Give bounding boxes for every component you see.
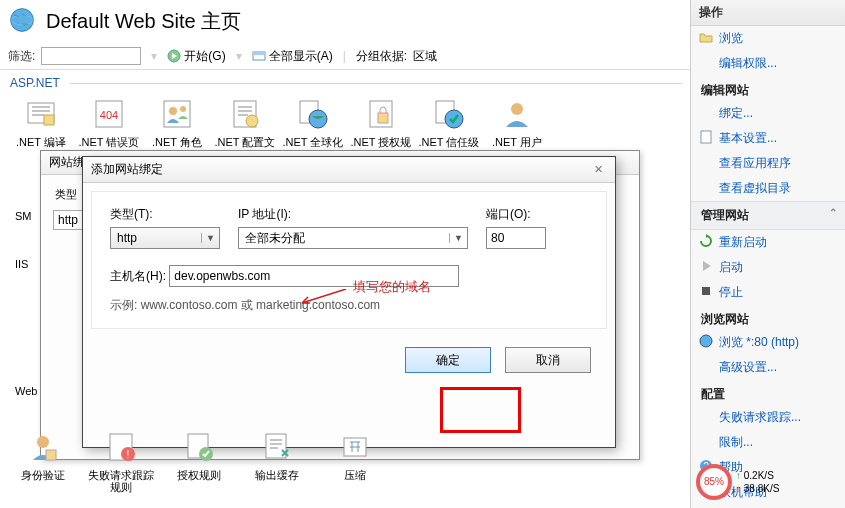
restart-icon	[699, 234, 713, 248]
svg-rect-31	[701, 131, 711, 143]
net-profile-icon[interactable]: .NET 配置文	[214, 96, 276, 148]
gauge-circle: 85%	[696, 464, 732, 500]
download-speed: 38.8K/S	[744, 483, 780, 494]
failed-tracing-link[interactable]: 失败请求跟踪...	[691, 405, 845, 430]
failed-request-icon[interactable]: !失败请求跟踪规则	[88, 429, 154, 493]
view-apps-link[interactable]: 查看应用程序	[691, 151, 845, 176]
svg-point-20	[511, 103, 523, 115]
web-label: Web	[15, 385, 37, 398]
svg-rect-4	[253, 52, 265, 55]
group-by-label: 分组依据:	[356, 48, 407, 65]
restart-link[interactable]: 重新启动	[691, 230, 845, 255]
net-global-icon[interactable]: .NET 全球化	[282, 96, 344, 148]
svg-text:404: 404	[100, 109, 118, 121]
aspnet-section-header: ASP.NET	[0, 70, 690, 92]
browse-80-link[interactable]: 浏览 *:80 (http)	[691, 330, 845, 355]
ok-button[interactable]: 确定	[405, 347, 491, 373]
svg-point-10	[169, 107, 177, 115]
close-icon[interactable]: ✕	[589, 162, 607, 178]
globe-icon	[8, 6, 36, 37]
start-link[interactable]: 开始(G)	[167, 48, 225, 65]
net-trust-icon[interactable]: .NET 信任级	[418, 96, 480, 148]
stop-icon	[699, 284, 713, 298]
svg-rect-6	[44, 115, 54, 125]
type-label: 类型(T):	[110, 206, 220, 223]
actions-sidebar: 操作 浏览 编辑权限... 编辑网站 绑定... 基本设置... 查看应用程序 …	[690, 0, 845, 508]
upload-speed: 0.2K/S	[744, 470, 774, 481]
show-all-link[interactable]: 全部显示(A)	[252, 48, 333, 65]
compress-icon[interactable]: 压缩	[322, 429, 388, 493]
group-by-value[interactable]: 区域	[413, 48, 437, 65]
actions-header: 操作	[691, 0, 845, 26]
ok-highlight-box	[440, 387, 521, 433]
ip-label: IP 地址(I):	[238, 206, 468, 223]
svg-line-21	[302, 289, 346, 303]
play-icon	[699, 259, 713, 273]
filter-toolbar: 筛选: ▾ 开始(G) ▾ 全部显示(A) | 分组依据: 区域	[0, 43, 690, 70]
stop-link[interactable]: 停止	[691, 280, 845, 305]
svg-text:!: !	[127, 449, 130, 460]
net-auth-icon[interactable]: .NET 授权规	[350, 96, 412, 148]
document-icon	[699, 130, 713, 144]
svg-point-13	[246, 115, 258, 127]
net-roles-icon[interactable]: .NET 角色	[146, 96, 208, 148]
globe-small-icon	[699, 334, 713, 348]
browse-site-group: 浏览网站	[691, 305, 845, 330]
up-arrow-icon: ↑	[736, 470, 741, 481]
iis-label: IIS	[15, 258, 28, 270]
svg-point-11	[180, 106, 186, 112]
start-link[interactable]: 启动	[691, 255, 845, 280]
binding-link[interactable]: 绑定...	[691, 101, 845, 126]
chevron-down-icon: ▼	[201, 233, 219, 243]
svg-point-33	[700, 335, 712, 347]
arrow-icon	[298, 289, 350, 305]
chevron-down-icon: ▼	[449, 233, 467, 243]
svg-rect-32	[702, 287, 710, 295]
advanced-link[interactable]: 高级设置...	[691, 355, 845, 380]
authz-rules-icon[interactable]: 授权规则	[166, 429, 232, 493]
dialog-title: 添加网站绑定	[91, 161, 163, 178]
speed-gauge: 85% ↑ 0.2K/S ↓ 38.8K/S	[696, 464, 779, 500]
basic-settings-link[interactable]: 基本设置...	[691, 126, 845, 151]
svg-rect-9	[164, 101, 190, 127]
down-arrow-icon: ↓	[736, 483, 741, 494]
net-errorpage-icon[interactable]: 404.NET 错误页	[78, 96, 140, 148]
aspnet-icon-grid: .NET 编译 404.NET 错误页 .NET 角色 .NET 配置文 .NE…	[0, 92, 690, 152]
net-users-icon[interactable]: .NET 用户	[486, 96, 548, 148]
ip-combo[interactable]: 全部未分配 ▼	[238, 227, 468, 249]
limits-link[interactable]: 限制...	[691, 430, 845, 455]
port-input[interactable]	[486, 227, 546, 249]
config-group: 配置	[691, 380, 845, 405]
svg-rect-23	[46, 450, 56, 460]
auth-icon[interactable]: 身份验证	[10, 429, 76, 493]
annotation-text: 填写您的域名	[353, 278, 431, 296]
view-vdir-link[interactable]: 查看虚拟目录	[691, 176, 845, 201]
folder-open-icon	[699, 30, 713, 44]
port-label: 端口(O):	[486, 206, 546, 223]
filter-input[interactable]	[41, 47, 141, 65]
output-cache-icon[interactable]: 输出缓存	[244, 429, 310, 493]
edit-perm-link[interactable]: 编辑权限...	[691, 51, 845, 76]
svg-point-22	[37, 436, 49, 448]
edit-site-group: 编辑网站	[691, 76, 845, 101]
sm-label: SM	[15, 210, 32, 222]
browse-link[interactable]: 浏览	[691, 26, 845, 51]
add-binding-dialog: 添加网站绑定 ✕ 类型(T): http ▼ IP 地址(I):	[82, 156, 616, 448]
host-label: 主机名(H):	[110, 269, 166, 283]
cancel-button[interactable]: 取消	[505, 347, 591, 373]
filter-label: 筛选:	[8, 48, 35, 65]
svg-rect-17	[378, 113, 388, 123]
net-compile-icon[interactable]: .NET 编译	[10, 96, 72, 148]
type-combo[interactable]: http ▼	[110, 227, 220, 249]
manage-site-group: 管理网站⌃	[691, 201, 845, 230]
chevron-down-icon[interactable]: ⌃	[829, 207, 837, 218]
page-title: Default Web Site 主页	[46, 8, 241, 35]
svg-point-0	[11, 9, 34, 32]
